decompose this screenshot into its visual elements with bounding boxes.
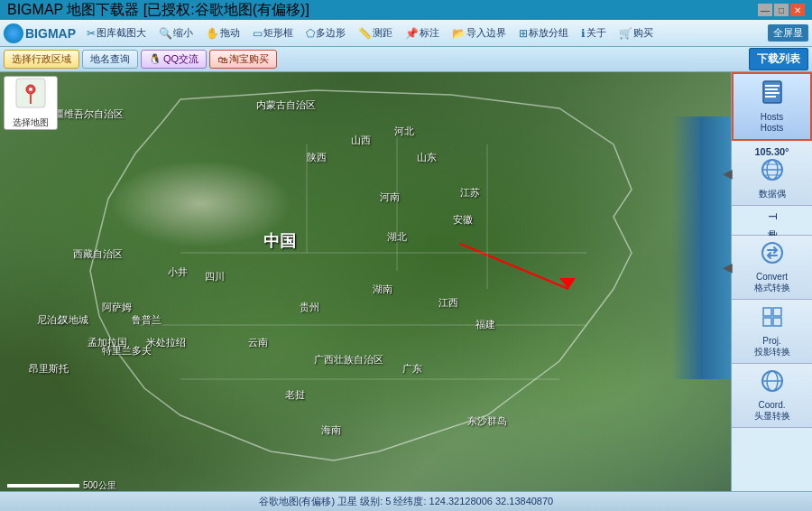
label-special2: 特里兰多夫	[102, 344, 152, 358]
svg-line-4	[460, 244, 568, 289]
svg-rect-13	[765, 85, 780, 87]
import-icon: 📂	[452, 27, 466, 40]
minimize-button[interactable]: —	[758, 4, 772, 16]
fullscreen-button[interactable]: 全屏显	[768, 24, 808, 42]
import-button[interactable]: 📂 导入边界	[447, 23, 512, 42]
convert-button[interactable]: ◀ Convert 格式转换	[732, 236, 812, 300]
label-anhui: 安徽	[453, 213, 473, 227]
label-guizhou: 贵州	[300, 301, 319, 314]
rect-label: 矩形框	[263, 26, 293, 40]
label-fujian: 福建	[475, 318, 495, 331]
globe-icon-1	[761, 158, 784, 187]
measure-icon: 📏	[358, 27, 372, 40]
marker-icon: 📌	[405, 27, 419, 40]
label-china: 中国	[263, 230, 296, 252]
about-label: 关于	[586, 26, 606, 40]
zoom-label: 缩小	[173, 26, 193, 40]
maximize-button[interactable]: □	[774, 4, 789, 16]
coord-icon	[761, 369, 784, 398]
place-search-label: 地名查询	[90, 52, 130, 66]
about-button[interactable]: ℹ 关于	[576, 23, 612, 42]
svg-marker-5	[559, 278, 576, 289]
svg-point-3	[29, 88, 32, 91]
titlebar: BIGMAP 地图下载器 [已授权:谷歌地图(有偏移)] — □ ✕	[0, 0, 812, 20]
label-laos: 老挝	[285, 388, 305, 402]
polygon-icon: ⬠	[306, 27, 315, 40]
taobao-icon: 🛍	[217, 54, 227, 65]
label-hunan: 湖南	[373, 283, 392, 296]
download-list-button[interactable]: 下载列表	[749, 48, 808, 70]
polygon-label: 多边形	[316, 26, 346, 40]
group-button[interactable]: ⊞ 标放分组	[513, 23, 574, 42]
svg-rect-14	[765, 88, 778, 90]
coordinates-text: 谷歌地图(有偏移) 卫星 级别: 5 经纬度: 124.32128006 32.…	[259, 495, 553, 508]
logo-icon	[4, 23, 23, 43]
svg-rect-23	[763, 308, 771, 316]
label-bangladesh: 孟加拉国	[88, 336, 127, 349]
measure-button[interactable]: 📏 测距	[353, 23, 398, 42]
coord-button[interactable]: Coord. 头显转换	[732, 364, 812, 428]
taobao-button[interactable]: 🛍 淘宝购买	[209, 50, 277, 69]
svg-rect-26	[773, 318, 781, 326]
label-rupland: 鲁普兰	[132, 313, 161, 327]
buy-label: 购买	[633, 26, 653, 40]
admin-region-label: 选择行政区域	[12, 52, 71, 66]
screenshot-button[interactable]: ✂ 图库截图大	[81, 23, 152, 42]
svg-point-22	[762, 243, 782, 263]
map-select-icon	[14, 77, 47, 115]
main-toolbar: BIGMAP ✂ 图库截图大 🔍 缩小 ✋ 拖动 ▭ 矩形框 ⬠ 多边形 📏 测…	[0, 20, 812, 47]
label-shanxi: 山西	[351, 134, 371, 147]
taobao-label: 淘宝购买	[229, 52, 269, 66]
map-area[interactable]: 陕西 山东 河南 中国 四川 湖北 安徽 江西 湖南 贵州 福建 广东 云南 广…	[0, 72, 731, 511]
label-sichuan: 四川	[205, 270, 225, 283]
drag-button[interactable]: ✋ 拖动	[200, 23, 245, 42]
label-jiangsu: 江苏	[460, 186, 480, 200]
scale-label-km: 500公里	[83, 479, 116, 492]
label-special1: 米处拉绍	[146, 336, 186, 349]
rect-icon: ▭	[253, 27, 263, 40]
label-assam: 阿萨姆	[102, 301, 132, 314]
import-label: 导入边界	[466, 26, 506, 40]
screenshot-label: 图库截图大	[97, 26, 146, 40]
data-coords-button[interactable]: ◀ 105.30° 数据偶	[732, 141, 812, 206]
label-mengala: 昂里斯托	[29, 362, 69, 376]
title-text: BIGMAP 地图下载器 [已授权:谷歌地图(有偏移)]	[7, 1, 309, 20]
place-search-button[interactable]: 地名查询	[82, 50, 138, 69]
right-panel: Hosts Hosts ◀ 105.30° 数据偶 T具列表 ◀	[731, 72, 812, 511]
label-guangdong: 广东	[402, 362, 422, 376]
logo-text: BIGMAP	[25, 26, 76, 41]
marker-label: 标注	[420, 26, 439, 40]
qq-button[interactable]: 🐧 QQ交流	[141, 50, 207, 69]
label-xiaozhong: 小井	[168, 265, 188, 279]
drag-icon: ✋	[206, 27, 219, 40]
proj-label: Proj. 投影转换	[754, 336, 790, 358]
label-jiangxi: 江西	[438, 296, 458, 310]
rect-button[interactable]: ▭ 矩形框	[247, 23, 299, 42]
qq-label: QQ交流	[163, 52, 198, 66]
hosts-button[interactable]: Hosts Hosts	[732, 72, 812, 141]
drag-label: 拖动	[220, 26, 240, 40]
label-hebei: 河北	[394, 125, 414, 138]
zoom-out-button[interactable]: 🔍 缩小	[153, 23, 198, 42]
map-svg-overlay	[0, 72, 731, 511]
group-label: 标放分组	[529, 26, 568, 40]
chevron-left-icon: ◀	[723, 166, 733, 181]
marker-button[interactable]: 📌 标注	[400, 23, 445, 42]
coords-display-label: 105.30°	[754, 146, 789, 158]
label-shandong: 山东	[417, 151, 437, 164]
convert-label: Convert 格式转换	[754, 272, 790, 293]
proj-button[interactable]: Proj. 投影转换	[732, 300, 812, 364]
buy-button[interactable]: 🛒 购买	[614, 23, 659, 42]
qq-icon: 🐧	[149, 53, 161, 65]
map-select-panel[interactable]: 选择地图	[4, 76, 58, 130]
label-hainan: 海南	[321, 423, 341, 437]
polygon-button[interactable]: ⬠ 多边形	[300, 23, 351, 42]
about-icon: ℹ	[581, 27, 586, 40]
window-controls: — □ ✕	[758, 4, 805, 16]
hosts-icon	[760, 79, 785, 110]
label-hubei: 湖北	[387, 230, 407, 244]
admin-region-button[interactable]: 选择行政区域	[4, 50, 79, 69]
vertical-label-area: T具列表	[732, 206, 812, 235]
close-button[interactable]: ✕	[790, 4, 805, 16]
map-background: 陕西 山东 河南 中国 四川 湖北 安徽 江西 湖南 贵州 福建 广东 云南 广…	[0, 72, 731, 511]
